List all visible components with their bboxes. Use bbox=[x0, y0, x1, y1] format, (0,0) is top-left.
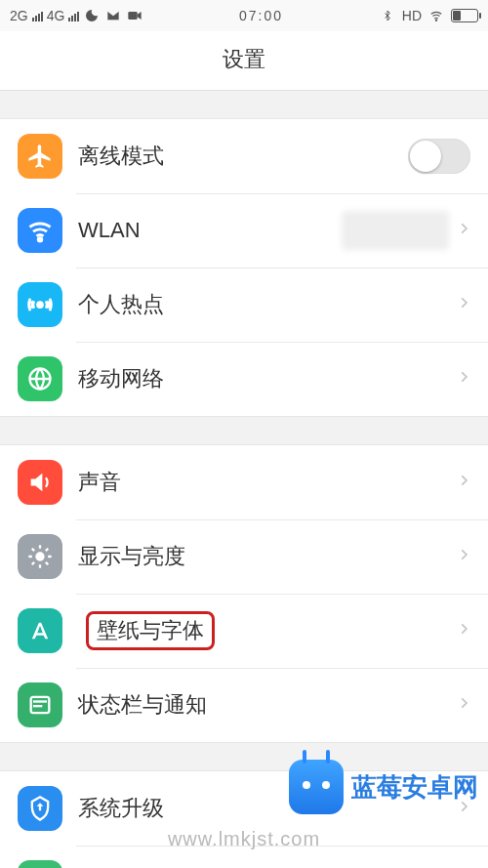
airplane-icon bbox=[18, 134, 62, 179]
status-bar: 2G 4G 07:00 HD bbox=[0, 0, 488, 31]
upgrade-icon bbox=[18, 786, 62, 831]
net-mode-label-1: 2G bbox=[10, 8, 28, 23]
brightness-icon bbox=[18, 534, 62, 579]
moon-icon bbox=[83, 7, 101, 24]
chevron-right-icon bbox=[457, 292, 470, 317]
settings-group-system: 系统升级 电话 帐户与同步 bbox=[0, 770, 488, 868]
sound-icon bbox=[18, 460, 62, 505]
row-label: 壁纸与字体 bbox=[78, 611, 215, 650]
phone-icon bbox=[18, 860, 62, 868]
row-system-upgrade[interactable]: 系统升级 bbox=[0, 771, 488, 846]
chevron-right-icon bbox=[457, 692, 470, 718]
video-icon bbox=[126, 7, 143, 24]
svg-point-2 bbox=[38, 238, 42, 242]
settings-group-connectivity: 离线模式 WLAN 个人热点 移动网络 bbox=[0, 118, 488, 417]
mail-icon bbox=[104, 7, 122, 24]
bluetooth-icon bbox=[379, 7, 396, 24]
statusbar-icon bbox=[18, 682, 62, 727]
row-label: 状态栏与通知 bbox=[78, 690, 457, 720]
row-wlan[interactable]: WLAN bbox=[0, 193, 488, 268]
signal-bars-2 bbox=[68, 10, 79, 21]
chevron-right-icon bbox=[457, 366, 470, 392]
page-title: 设置 bbox=[0, 31, 488, 91]
row-label: 离线模式 bbox=[78, 142, 408, 171]
chevron-right-icon bbox=[457, 544, 470, 569]
signal-bars-1 bbox=[32, 10, 43, 21]
status-time: 07:00 bbox=[143, 8, 378, 23]
row-hotspot[interactable]: 个人热点 bbox=[0, 268, 488, 342]
row-statusbar-notification[interactable]: 状态栏与通知 bbox=[0, 668, 488, 742]
highlight-box: 壁纸与字体 bbox=[86, 611, 215, 650]
wifi-icon bbox=[18, 208, 62, 253]
row-sound[interactable]: 声音 bbox=[0, 445, 488, 519]
font-icon bbox=[18, 608, 62, 653]
chevron-right-icon bbox=[457, 470, 470, 495]
row-airplane-mode[interactable]: 离线模式 bbox=[0, 119, 488, 193]
globe-icon bbox=[18, 356, 62, 401]
battery-icon bbox=[451, 9, 478, 22]
row-display-brightness[interactable]: 显示与亮度 bbox=[0, 519, 488, 594]
svg-rect-8 bbox=[33, 705, 42, 707]
svg-point-1 bbox=[435, 20, 436, 21]
row-mobile-network[interactable]: 移动网络 bbox=[0, 342, 488, 416]
chevron-right-icon bbox=[457, 796, 470, 821]
settings-group-display: 声音 显示与亮度 壁纸与字体 状态栏与通知 bbox=[0, 444, 488, 743]
chevron-right-icon bbox=[457, 218, 470, 243]
svg-rect-7 bbox=[33, 700, 47, 702]
row-label: 显示与亮度 bbox=[78, 542, 457, 571]
svg-point-5 bbox=[35, 552, 44, 560]
hotspot-icon bbox=[18, 282, 62, 327]
status-left: 2G 4G bbox=[10, 7, 143, 24]
row-label: WLAN bbox=[78, 218, 342, 243]
row-label: 移动网络 bbox=[78, 364, 457, 393]
wlan-value-blurred bbox=[342, 211, 449, 250]
row-label: 声音 bbox=[78, 468, 457, 497]
svg-rect-0 bbox=[129, 12, 138, 20]
net-mode-label-2: 4G bbox=[47, 8, 65, 23]
svg-point-3 bbox=[38, 303, 43, 308]
row-phone[interactable]: 电话 bbox=[0, 846, 488, 868]
hd-label: HD bbox=[402, 8, 422, 23]
row-wallpaper-font[interactable]: 壁纸与字体 bbox=[0, 594, 488, 668]
chevron-right-icon bbox=[457, 618, 470, 643]
row-label: 系统升级 bbox=[78, 794, 457, 823]
airplane-toggle[interactable] bbox=[408, 139, 470, 174]
wifi-status-icon bbox=[427, 7, 445, 24]
row-label: 个人热点 bbox=[78, 290, 457, 319]
status-right: HD bbox=[379, 7, 478, 24]
